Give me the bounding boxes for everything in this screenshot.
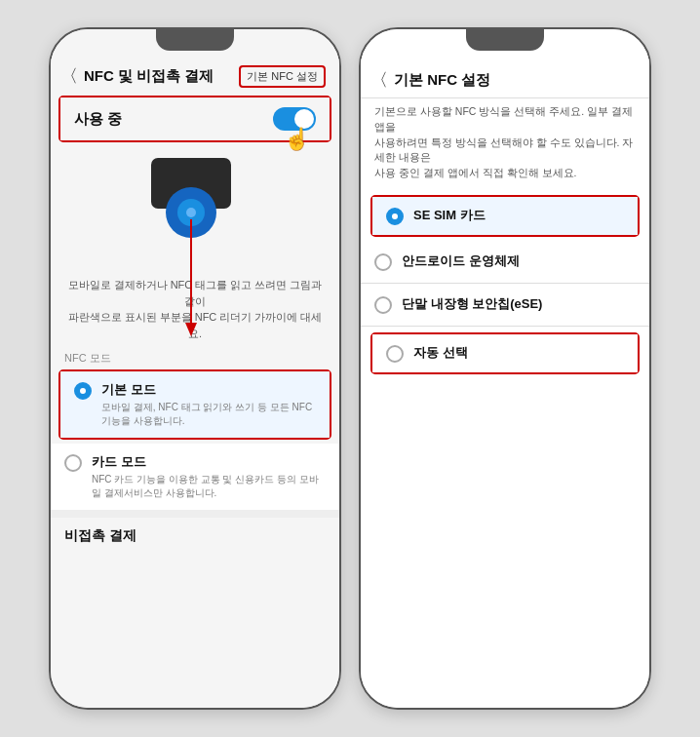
radio-android-circle	[374, 253, 392, 271]
radio-card-mode[interactable]: 카드 모드 NFC 카드 기능을 이용한 교통 및 신용카드 등의 모바일 결제…	[51, 444, 339, 510]
phone-card-image	[151, 158, 239, 265]
toggle-row: 사용 중	[60, 97, 330, 140]
radio-android-content: 안드로이드 운영체제	[402, 252, 520, 270]
radio-basic-mode-content: 기본 모드 모바일 결제, NFC 태그 읽기와 쓰기 등 모든 NFC 기능을…	[101, 381, 316, 428]
radio-auto-title: 자동 선택	[413, 344, 468, 362]
back-button-right[interactable]: 〈	[370, 68, 388, 92]
phone-screen-right: 〈 기본 NFC 설정 기본으로 사용할 NFC 방식을 선택해 주세요. 일부…	[361, 29, 649, 708]
header-tag-left[interactable]: 기본 NFC 설정	[239, 65, 326, 88]
right-screen-title: 기본 NFC 설정	[394, 71, 636, 90]
bottom-section-label: 비접촉 결제	[51, 518, 339, 549]
radio-se-sim-title: SE SIM 카드	[413, 207, 486, 224]
radio-basic-mode-desc: 모바일 결제, NFC 태그 읽기와 쓰기 등 모든 NFC 기능을 사용합니다…	[101, 401, 316, 428]
phone-notch-right	[466, 29, 544, 51]
right-description: 기본으로 사용할 NFC 방식을 선택해 주세요. 일부 결제 앱을 사용하려면…	[361, 98, 649, 191]
nfc-illustration	[51, 144, 339, 271]
divider-ese	[361, 326, 649, 327]
toggle-switch[interactable]	[273, 107, 316, 131]
radio-se-sim-content: SE SIM 카드	[413, 207, 486, 224]
radio-se-sim-circle	[386, 208, 404, 225]
nfc-dot	[186, 208, 196, 217]
radio-ese[interactable]: 단말 내장형 보안칩(eSE)	[361, 286, 649, 324]
radio-android-os[interactable]: 안드로이드 운영체제	[361, 243, 649, 281]
radio-auto-circle	[386, 345, 404, 363]
radio-basic-mode-circle	[74, 382, 92, 400]
left-screen-title: NFC 및 비접촉 결제	[84, 67, 239, 86]
phone-notch-left	[156, 29, 234, 51]
left-description: 모바일로 결제하거나 NFC 태그를 읽고 쓰려면 그림과 같이 파란색으로 표…	[51, 271, 339, 345]
radio-basic-mode[interactable]: 기본 모드 모바일 결제, NFC 태그 읽기와 쓰기 등 모든 NFC 기능을…	[60, 371, 330, 438]
radio-ese-circle	[374, 296, 392, 314]
toggle-label: 사용 중	[74, 110, 122, 129]
radio-ese-content: 단말 내장형 보안칩(eSE)	[402, 295, 542, 313]
nfc-circle-outer	[166, 187, 216, 238]
left-screen-header: 〈 NFC 및 비접촉 결제 기본 NFC 설정	[51, 55, 339, 94]
radio-se-sim[interactable]: SE SIM 카드	[372, 197, 638, 235]
radio-auto-content: 자동 선택	[413, 344, 468, 362]
section-divider-left	[51, 510, 339, 518]
screenshot-container: 〈 NFC 및 비접촉 결제 기본 NFC 설정 사용 중	[0, 0, 700, 737]
phone-screen-left: 〈 NFC 및 비접촉 결제 기본 NFC 설정 사용 중	[51, 29, 339, 708]
nfc-circle-inner	[177, 199, 205, 226]
radio-card-mode-desc: NFC 카드 기능을 이용한 교통 및 신용카드 등의 모바일 결제서비스만 사…	[92, 473, 326, 500]
divider-android	[361, 283, 649, 284]
nfc-mode-label: NFC 모드	[51, 345, 339, 368]
phone-left: 〈 NFC 및 비접촉 결제 기본 NFC 설정 사용 중	[49, 27, 341, 710]
back-button-left[interactable]: 〈	[60, 64, 78, 88]
radio-basic-mode-title: 기본 모드	[101, 381, 316, 399]
radio-card-mode-content: 카드 모드 NFC 카드 기능을 이용한 교통 및 신용카드 등의 모바일 결제…	[92, 453, 326, 500]
radio-card-mode-circle	[64, 454, 82, 472]
radio-auto[interactable]: 자동 선택	[372, 334, 638, 372]
radio-android-title: 안드로이드 운영체제	[402, 252, 520, 270]
phone-right: 〈 기본 NFC 설정 기본으로 사용할 NFC 방식을 선택해 주세요. 일부…	[359, 27, 651, 710]
radio-card-mode-title: 카드 모드	[92, 453, 326, 471]
right-screen-header: 〈 기본 NFC 설정	[361, 55, 649, 97]
radio-ese-title: 단말 내장형 보안칩(eSE)	[402, 295, 542, 313]
toggle-knob	[294, 109, 314, 129]
